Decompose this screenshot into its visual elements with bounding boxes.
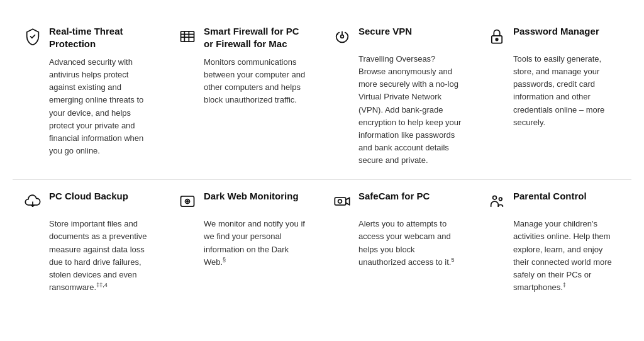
card-body: Monitors communications between your com…: [204, 56, 309, 107]
firewall-icon: [177, 26, 197, 47]
card-body: Manage your children's activities online…: [513, 218, 619, 294]
cloud-icon: [23, 191, 43, 211]
features-grid: Real-time Threat ProtectionAdvanced secu…: [0, 0, 644, 321]
card-body: Advanced security with antivirus helps p…: [49, 56, 155, 157]
card-header: Secure VPN: [332, 25, 464, 47]
feature-card-secure-vpn: Secure VPNTravelling Overseas? Browse an…: [322, 15, 477, 180]
card-header: Real-time Threat Protection: [23, 25, 155, 50]
card-title: Parental Control: [513, 190, 587, 203]
card-title: PC Cloud Backup: [49, 190, 128, 203]
card-header: Dark Web Monitoring: [177, 190, 309, 211]
card-body: Alerts you to attempts to access your we…: [358, 218, 464, 269]
card-header: Parental Control: [487, 190, 619, 211]
feature-card-pc-cloud-backup: PC Cloud BackupStore important files and…: [13, 180, 167, 306]
card-header: SafeCam for PC: [332, 190, 464, 211]
card-header: Smart Firewall for PC or Firewall for Ma…: [177, 25, 309, 50]
svg-point-5: [341, 35, 344, 38]
svg-point-12: [338, 199, 342, 203]
svg-rect-0: [181, 31, 194, 42]
card-body: Travelling Overseas? Browse anonymously …: [358, 53, 464, 167]
card-header: Password Manager: [487, 25, 619, 47]
card-body: Store important files and documents as a…: [49, 218, 155, 294]
svg-point-14: [499, 198, 502, 201]
card-title: Secure VPN: [358, 25, 412, 38]
parental-icon: [487, 191, 507, 211]
camera-icon: [332, 191, 352, 211]
card-header: PC Cloud Backup: [23, 190, 155, 211]
feature-card-real-time-threat: Real-time Threat ProtectionAdvanced secu…: [13, 15, 167, 180]
svg-rect-11: [335, 198, 346, 205]
svg-point-10: [187, 201, 188, 202]
feature-card-password-manager: Password ManagerTools to easily generate…: [477, 15, 631, 180]
card-body: Tools to easily generate, store, and man…: [513, 53, 619, 129]
feature-card-smart-firewall: Smart Firewall for PC or Firewall for Ma…: [167, 15, 322, 180]
password-icon: [487, 26, 507, 47]
card-title: Smart Firewall for PC or Firewall for Ma…: [204, 25, 309, 50]
feature-card-safecam: SafeCam for PCAlerts you to attempts to …: [322, 180, 477, 306]
svg-point-13: [493, 196, 497, 200]
eye-icon: [177, 191, 197, 211]
vpn-icon: [332, 26, 352, 47]
card-body: We monitor and notify you if we find you…: [204, 218, 309, 269]
card-title: Dark Web Monitoring: [204, 190, 299, 203]
card-title: Real-time Threat Protection: [49, 25, 155, 50]
card-title: SafeCam for PC: [358, 190, 430, 203]
svg-point-7: [496, 38, 498, 41]
card-title: Password Manager: [513, 25, 599, 38]
shield-icon: [23, 26, 43, 47]
feature-card-dark-web-monitoring: Dark Web MonitoringWe monitor and notify…: [167, 180, 322, 306]
feature-card-parental-control: Parental ControlManage your children's a…: [477, 180, 631, 306]
